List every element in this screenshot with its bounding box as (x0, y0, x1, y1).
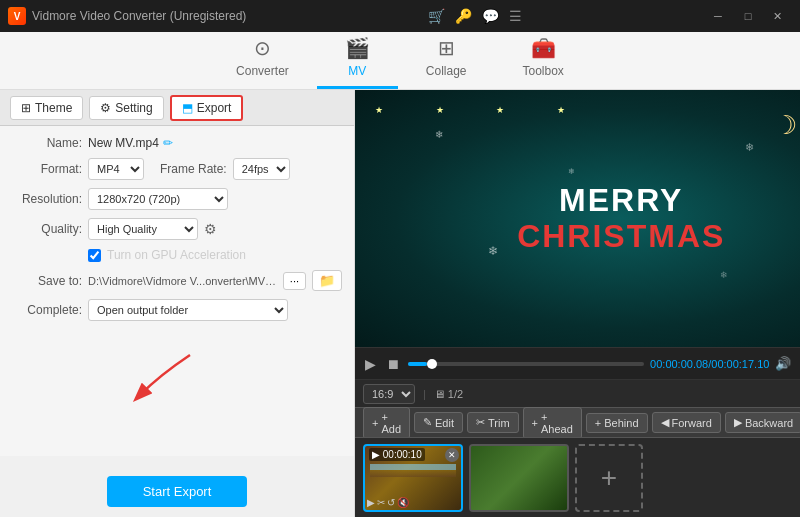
resolution-select[interactable]: 1280x720 (720p)1920x1080 (1080p) (88, 188, 228, 210)
backward-icon: ▶ (734, 416, 742, 429)
tab-mv[interactable]: 🎬 MV (317, 28, 398, 89)
track-info: 🖥 1/2 (434, 388, 463, 400)
framerate-label: Frame Rate: (160, 162, 227, 176)
time-total: 00:00:17.10 (711, 358, 769, 370)
tab-converter[interactable]: ⊙ Converter (208, 28, 317, 89)
close-button[interactable]: ✕ (764, 5, 792, 27)
tab-mv-label: MV (348, 64, 366, 78)
clip-1-cut-icon[interactable]: ✂ (377, 497, 385, 508)
clip-1-time: ▶ 00:00:10 (369, 448, 425, 461)
bottom-toolbar: + + Add ✎ Edit ✂ Trim + + Ahead + Behind… (355, 407, 800, 437)
ahead-label: + Ahead (541, 411, 573, 435)
name-text: New MV.mp4 (88, 136, 159, 150)
tab-converter-label: Converter (236, 64, 289, 78)
aspect-separator: | (423, 388, 426, 400)
right-panel: ★ ★ ★ ★ ☽ 🦌 🛷 MERRY CHRISTMAS ❄ ❄ ❄ ❄ ❄ (355, 90, 800, 517)
preview-bg: ★ ★ ★ ★ ☽ 🦌 🛷 MERRY CHRISTMAS ❄ ❄ ❄ ❄ ❄ (355, 90, 800, 347)
tab-toolbox[interactable]: 🧰 Toolbox (495, 28, 592, 89)
ahead-icon: + (532, 417, 538, 429)
trim-button[interactable]: ✂ Trim (467, 412, 519, 433)
merry-text: MERRY (517, 183, 725, 218)
complete-label: Complete: (12, 303, 82, 317)
edit-label: Edit (435, 417, 454, 429)
resolution-row: Resolution: 1280x720 (720p)1920x1080 (10… (12, 188, 342, 210)
clip-1-mute-icon[interactable]: 🔇 (397, 497, 409, 508)
tab-collage[interactable]: ⊞ Collage (398, 28, 495, 89)
export-label: Export (197, 101, 232, 115)
xmas-text: MERRY CHRISTMAS (517, 183, 725, 253)
saveto-folder-button[interactable]: 📁 (312, 270, 342, 291)
tab-toolbox-label: Toolbox (523, 64, 564, 78)
clip-1-play-icon[interactable]: ▶ (367, 497, 375, 508)
moon-decoration: ☽ (774, 110, 797, 141)
format-select[interactable]: MP4MOVAVI (88, 158, 144, 180)
gpu-row: Turn on GPU Acceleration (88, 248, 342, 262)
minimize-button[interactable]: ─ (704, 5, 732, 27)
complete-select[interactable]: Open output folderDo nothing (88, 299, 288, 321)
clip-1-close[interactable]: ✕ (445, 448, 459, 462)
behind-button[interactable]: + Behind (586, 413, 648, 433)
maximize-button[interactable]: □ (734, 5, 762, 27)
progress-handle[interactable] (427, 359, 437, 369)
add-clip-icon: + (601, 462, 617, 494)
time-display: 00:00:00.08/00:00:17.10 (650, 358, 769, 370)
format-row: Format: MP4MOVAVI Frame Rate: 24fps30fps… (12, 158, 342, 180)
collage-icon: ⊞ (438, 36, 455, 60)
saveto-dots-button[interactable]: ··· (283, 272, 306, 290)
saveto-label: Save to: (12, 274, 82, 288)
xmas-scene: MERRY CHRISTMAS (517, 183, 725, 253)
volume-icon[interactable]: 🔊 (775, 356, 791, 371)
clip-1-controls: ▶ ✂ ↺ 🔇 (367, 497, 409, 508)
snow4: ❄ (720, 270, 728, 280)
clip-2-bg (471, 446, 567, 510)
backward-button[interactable]: ▶ Backward (725, 412, 800, 433)
start-export-button[interactable]: Start Export (107, 476, 248, 507)
quality-label: Quality: (12, 222, 82, 236)
tab-collage-label: Collage (426, 64, 467, 78)
clip-1-rotate-icon[interactable]: ↺ (387, 497, 395, 508)
resolution-label: Resolution: (12, 192, 82, 206)
backward-label: Backward (745, 417, 793, 429)
track-value: 1/2 (448, 388, 463, 400)
edit-name-icon[interactable]: ✏ (163, 136, 173, 150)
add-clip-button[interactable]: + (575, 444, 643, 512)
monitor-icon: 🖥 (434, 388, 445, 400)
gpu-checkbox[interactable] (88, 249, 101, 262)
setting-button[interactable]: ⚙ Setting (89, 96, 163, 120)
behind-icon: + (595, 417, 601, 429)
name-row: Name: New MV.mp4 ✏ (12, 136, 342, 150)
theme-button[interactable]: ⊞ Theme (10, 96, 83, 120)
edit-button[interactable]: ✎ Edit (414, 412, 463, 433)
quality-row: Quality: High QualityMedium Quality ⚙ (12, 218, 342, 240)
export-button[interactable]: ⬒ Export (170, 95, 244, 121)
menu-icon[interactable]: ☰ (509, 8, 522, 24)
gpu-label: Turn on GPU Acceleration (107, 248, 246, 262)
tabbar: ⊙ Converter 🎬 MV ⊞ Collage 🧰 Toolbox (0, 32, 800, 90)
aspect-ratio-select[interactable]: 16:94:31:1 (363, 384, 415, 404)
clip-2[interactable] (469, 444, 569, 512)
settings-form: Name: New MV.mp4 ✏ Format: MP4MOVAVI Fra… (0, 126, 354, 456)
stop-button[interactable]: ⏹ (384, 356, 402, 372)
ahead-button[interactable]: + + Ahead (523, 407, 582, 439)
add-button[interactable]: + + Add (363, 407, 410, 439)
quality-select[interactable]: High QualityMedium Quality (88, 218, 198, 240)
play-button[interactable]: ▶ (363, 356, 378, 372)
cart-icon[interactable]: 🛒 (428, 8, 445, 24)
quality-gear-icon[interactable]: ⚙ (204, 221, 217, 237)
mv-icon: 🎬 (345, 36, 370, 60)
progress-bar[interactable] (408, 362, 644, 366)
titlebar-left: V Vidmore Video Converter (Unregistered) (8, 7, 246, 25)
window-controls: ─ □ ✕ (704, 5, 792, 27)
framerate-select[interactable]: 24fps30fps60fps (233, 158, 290, 180)
timeline: ▶ 00:00:10 ✕ ▶ ✂ ↺ 🔇 + (355, 437, 800, 517)
clip-1[interactable]: ▶ 00:00:10 ✕ ▶ ✂ ↺ 🔇 (363, 444, 463, 512)
complete-row: Complete: Open output folderDo nothing (12, 299, 342, 321)
chat-icon[interactable]: 💬 (482, 8, 499, 24)
name-value: New MV.mp4 ✏ (88, 136, 173, 150)
saveto-row: Save to: D:\Vidmore\Vidmore V...onverter… (12, 270, 342, 291)
start-export-area: Start Export (0, 456, 354, 517)
snow2: ❄ (568, 167, 575, 176)
key-icon[interactable]: 🔑 (455, 8, 472, 24)
setting-icon: ⚙ (100, 101, 111, 115)
forward-button[interactable]: ◀ Forward (652, 412, 721, 433)
